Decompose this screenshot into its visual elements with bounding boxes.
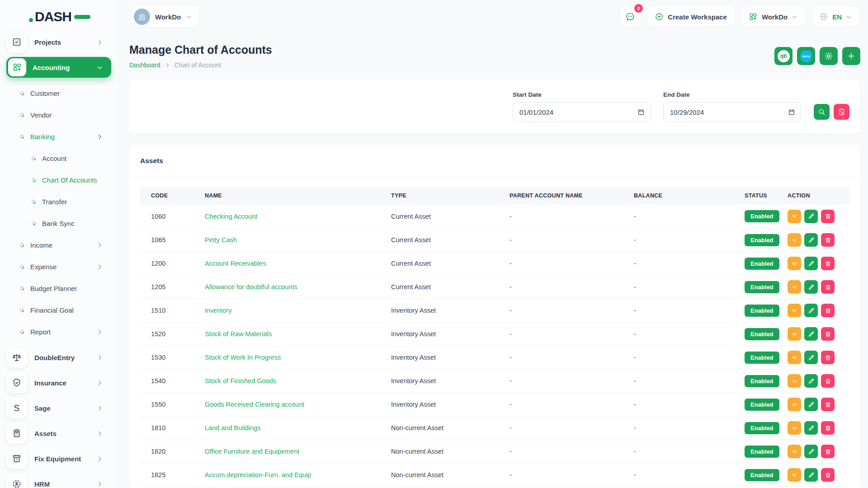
- activity-button[interactable]: [788, 374, 801, 388]
- table-row: 1810 Land and Buildings Non-current Asse…: [140, 416, 849, 440]
- pencil-icon: [808, 237, 815, 244]
- account-link[interactable]: Petty Cash: [205, 236, 237, 244]
- xero-button[interactable]: xero: [797, 47, 815, 65]
- activity-button[interactable]: [788, 351, 801, 364]
- end-date-input[interactable]: [663, 102, 801, 122]
- activity-button[interactable]: [788, 233, 801, 247]
- account-link[interactable]: Goods Received Clearing account: [205, 401, 304, 408]
- edit-button[interactable]: [804, 327, 818, 341]
- messages-button[interactable]: 0: [620, 7, 640, 27]
- edit-button[interactable]: [804, 257, 818, 270]
- edit-button[interactable]: [804, 233, 818, 247]
- trash-icon: [825, 260, 831, 267]
- shield-check-icon: [6, 372, 27, 393]
- filter-card: Start Date End Date: [129, 80, 860, 134]
- clear-filter-icon: [838, 108, 845, 116]
- edit-button[interactable]: [804, 351, 818, 364]
- activity-button[interactable]: [788, 257, 801, 270]
- table-row: 1825 Accum.depreciation-Furn. and Equip …: [140, 463, 849, 487]
- app-logo[interactable]: DASH: [29, 9, 118, 24]
- delete-button[interactable]: [821, 327, 835, 341]
- sidebar-item-expense[interactable]: Expense: [0, 256, 118, 277]
- assets-card: Assets CODE NAME TYPE PARENT ACCOUNT NAM…: [129, 145, 860, 488]
- sidebar-item-account[interactable]: Account: [0, 147, 118, 169]
- sidebar-item-hrm[interactable]: HRM: [6, 474, 111, 488]
- delete-button[interactable]: [821, 210, 835, 223]
- account-link[interactable]: Stock of Finished Goods: [205, 377, 276, 385]
- account-link[interactable]: Office Furniture and Equipement: [205, 448, 299, 455]
- account-link[interactable]: Allowance for doubtful accounts: [205, 283, 297, 291]
- sidebar-item-sage[interactable]: S Sage: [6, 398, 111, 418]
- create-workspace-button[interactable]: Create Workspace: [647, 7, 734, 27]
- activity-icon: [791, 331, 798, 338]
- edit-button[interactable]: [804, 304, 818, 317]
- quickbooks-button[interactable]: qb: [774, 47, 793, 65]
- activity-button[interactable]: [788, 280, 801, 294]
- edit-button[interactable]: [804, 210, 818, 223]
- delete-button[interactable]: [821, 257, 835, 270]
- app-menu-button[interactable]: WorkDo: [741, 7, 805, 27]
- activity-icon: [791, 472, 798, 479]
- account-link[interactable]: Checking Account: [205, 213, 257, 220]
- account-link[interactable]: Inventory: [205, 307, 232, 314]
- account-link[interactable]: Stock of Work In Progress: [205, 354, 281, 361]
- account-link[interactable]: Stock of Raw Materials: [205, 330, 272, 338]
- activity-button[interactable]: [788, 327, 801, 341]
- delete-button[interactable]: [821, 398, 835, 411]
- sidebar-item-income[interactable]: Income: [0, 234, 118, 256]
- account-link[interactable]: Accum.depreciation-Furn. and Equip: [205, 471, 311, 479]
- sidebar-item-vendor[interactable]: Vendor: [0, 104, 118, 126]
- delete-button[interactable]: [821, 280, 835, 294]
- edit-button[interactable]: [804, 468, 818, 482]
- sidebar-item-insurance[interactable]: Insurance: [6, 372, 111, 393]
- delete-button[interactable]: [821, 445, 835, 458]
- sidebar-item-budget-planner[interactable]: Budget Planner: [0, 277, 118, 299]
- activity-button[interactable]: [788, 304, 801, 317]
- trash-icon: [825, 307, 831, 314]
- delete-button[interactable]: [821, 304, 835, 317]
- breadcrumb-dashboard-link[interactable]: Dashboard: [129, 61, 160, 69]
- add-account-button[interactable]: [842, 47, 860, 65]
- activity-button[interactable]: [788, 468, 801, 482]
- sidebar-item-chart-of-accounts[interactable]: Chart Of Accounts: [0, 169, 118, 191]
- sidebar-item-report[interactable]: Report: [0, 321, 118, 343]
- delete-button[interactable]: [821, 468, 835, 482]
- sidebar-item-assets[interactable]: Assets: [6, 423, 111, 444]
- activity-button[interactable]: [788, 445, 801, 458]
- sidebar-item-accounting[interactable]: Accounting: [6, 57, 111, 78]
- reset-filter-button[interactable]: [834, 104, 849, 120]
- activity-button[interactable]: [788, 421, 801, 435]
- pencil-icon: [808, 354, 815, 361]
- sidebar-item-bank-sync[interactable]: Bank Sync: [0, 212, 118, 234]
- language-selector[interactable]: EN: [812, 7, 859, 27]
- delete-button[interactable]: [821, 421, 835, 435]
- sidebar-item-banking[interactable]: Banking: [0, 126, 118, 147]
- start-date-input[interactable]: [513, 102, 651, 122]
- delete-button[interactable]: [821, 233, 835, 247]
- edit-button[interactable]: [804, 445, 818, 458]
- sidebar-item-financial-goal[interactable]: Financial Goal: [0, 299, 118, 321]
- table-row: 1550 Goods Received Clearing account Inv…: [140, 393, 849, 416]
- logo-text: DASH: [35, 9, 71, 24]
- settings-button[interactable]: [820, 47, 838, 65]
- activity-button[interactable]: [788, 398, 801, 411]
- edit-button[interactable]: [804, 374, 818, 388]
- sidebar-item-transfer[interactable]: Transfer: [0, 191, 118, 212]
- delete-button[interactable]: [821, 374, 835, 388]
- workspace-switcher[interactable]: WorkDo: [131, 6, 198, 27]
- edit-button[interactable]: [804, 398, 818, 411]
- edit-button[interactable]: [804, 421, 818, 435]
- sidebar-item-fix-equipment[interactable]: Fix Equipment: [6, 448, 111, 469]
- apply-filter-button[interactable]: [814, 104, 830, 120]
- sidebar-item-customer[interactable]: Customer: [0, 82, 118, 104]
- activity-button[interactable]: [788, 210, 801, 223]
- bullet-icon: [19, 134, 25, 140]
- account-link[interactable]: Land and Buildings: [205, 424, 260, 432]
- edit-button[interactable]: [804, 280, 818, 294]
- account-link[interactable]: Account Receivables: [205, 260, 266, 267]
- sidebar-item-projects[interactable]: Projects: [6, 32, 111, 52]
- col-action: ACTION: [788, 187, 849, 205]
- delete-button[interactable]: [821, 351, 835, 364]
- sidebar-item-double-entry[interactable]: DoubleEntry: [6, 347, 111, 368]
- chevron-right-icon: [96, 481, 103, 488]
